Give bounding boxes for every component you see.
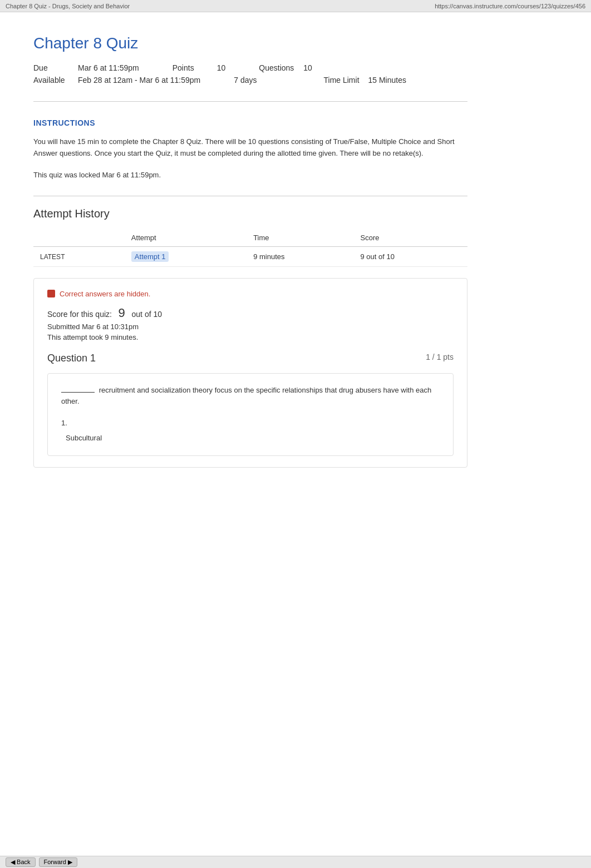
available-label: Available — [33, 76, 78, 85]
answer-text-1: Subcultural — [66, 434, 102, 442]
latest-badge: LATEST — [33, 246, 125, 266]
due-label: Due — [33, 63, 78, 72]
quiz-meta: Due Mar 6 at 11:59pm Points 10 Questions… — [33, 63, 467, 85]
answer-option-1: Subcultural — [61, 431, 440, 444]
locked-notice: This quiz was locked Mar 6 at 11:59pm. — [33, 171, 467, 179]
question-1-body: recruitment and socialization theory foc… — [61, 386, 431, 406]
answer-list: 1. Subcultural — [61, 419, 440, 444]
meta-row-available: Available Feb 28 at 12am - Mar 6 at 11:5… — [33, 76, 467, 85]
question-1-box: recruitment and socialization theory foc… — [47, 373, 454, 457]
score-total: out of 10 — [132, 310, 162, 319]
question-1-header: Question 1 1 / 1 pts — [47, 353, 454, 364]
notice-icon — [47, 290, 55, 297]
attempt-table-header-row: Attempt Time Score — [33, 229, 467, 247]
submitted-line: Submitted Mar 6 at 10:31pm — [47, 323, 454, 331]
col-header-time: Time — [247, 229, 353, 247]
correct-answers-text: Correct answers are hidden. — [60, 290, 150, 298]
attempt-table-body: LATEST Attempt 1 9 minutes 9 out of 10 — [33, 246, 467, 266]
attempt-table: Attempt Time Score LATEST Attempt 1 9 mi… — [33, 229, 467, 267]
questions-label: Questions — [259, 63, 303, 72]
bottom-bar: ◀ Back Forward ▶ — [0, 856, 591, 868]
questions-value: 10 — [303, 63, 312, 72]
instructions-body: You will have 15 min to complete the Cha… — [33, 136, 467, 160]
score-label: Score for this quiz: — [47, 310, 112, 319]
due-value: Mar 6 at 11:59pm — [78, 63, 139, 72]
col-header-score: Score — [353, 229, 467, 247]
col-header-empty — [33, 229, 125, 247]
correct-answers-notice: Correct answers are hidden. — [47, 290, 454, 298]
attempt-score-cell: 9 out of 10 — [353, 246, 467, 266]
points-value: 10 — [217, 63, 226, 72]
question-1-text: recruitment and socialization theory foc… — [61, 385, 440, 408]
time-limit-label: Time Limit — [323, 76, 368, 85]
top-bar-left: Chapter 8 Quiz - Drugs, Society and Beha… — [6, 3, 435, 9]
quiz-title: Chapter 8 Quiz — [33, 34, 467, 52]
top-bar: Chapter 8 Quiz - Drugs, Society and Beha… — [0, 0, 591, 12]
blank-underline — [61, 392, 95, 393]
points-label: Points — [173, 63, 217, 72]
time-line: This attempt took 9 minutes. — [47, 333, 454, 341]
attempt-table-head: Attempt Time Score — [33, 229, 467, 247]
meta-row-due: Due Mar 6 at 11:59pm Points 10 Questions… — [33, 63, 467, 72]
score-number: 9 — [119, 306, 125, 320]
attempt-time-cell: 9 minutes — [247, 246, 353, 266]
col-header-attempt: Attempt — [125, 229, 247, 247]
time-limit-value: 15 Minutes — [368, 76, 406, 85]
instructions-heading: INSTRUCTIONS — [33, 118, 467, 127]
answer-number: 1. — [61, 419, 67, 427]
top-bar-right: https://canvas.instructure.com/courses/1… — [435, 3, 585, 9]
divider-1 — [33, 101, 467, 102]
forward-button[interactable]: Forward ▶ — [39, 857, 77, 867]
table-row: LATEST Attempt 1 9 minutes 9 out of 10 — [33, 246, 467, 266]
results-box: Correct answers are hidden. Score for th… — [33, 278, 467, 468]
divider-2 — [33, 196, 467, 196]
answer-item-1: 1. — [61, 419, 440, 427]
attempt-history-title: Attempt History — [33, 207, 467, 220]
score-line: Score for this quiz: 9 out of 10 — [47, 306, 454, 320]
back-button[interactable]: ◀ Back — [6, 857, 36, 867]
attempt-1-link[interactable]: Attempt 1 — [131, 251, 169, 262]
question-1-label: Question 1 — [47, 353, 96, 364]
days-value: 7 days — [234, 76, 257, 85]
main-content: Chapter 8 Quiz Due Mar 6 at 11:59pm Poin… — [0, 12, 501, 495]
available-value: Feb 28 at 12am - Mar 6 at 11:59pm — [78, 76, 200, 85]
question-1-pts: 1 / 1 pts — [426, 353, 454, 361]
attempt-link-cell[interactable]: Attempt 1 — [125, 246, 247, 266]
